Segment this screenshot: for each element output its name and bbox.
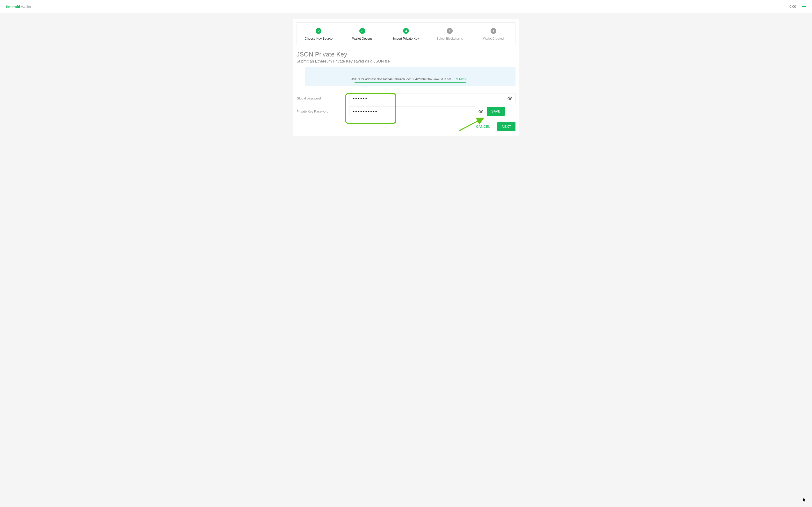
wizard-card: Choose Key SourceWallet Options3Import P…	[293, 19, 519, 136]
step-label: Wallet Created	[471, 37, 515, 40]
stepper-step: Choose Key Source	[297, 28, 341, 40]
page: Choose Key SourceWallet Options3Import P…	[0, 13, 812, 136]
balance-value: 0.00	[790, 5, 796, 8]
svg-point-1	[480, 111, 481, 112]
step-label: Import Private Key	[384, 37, 428, 40]
check-icon	[359, 28, 365, 34]
global-password-input[interactable]	[349, 93, 515, 103]
next-button[interactable]: NEXT	[497, 122, 515, 131]
json-set-banner: JSON for address 3be1acff4e8eba4c65de130…	[305, 67, 515, 86]
step-label: Select Blockchains	[428, 37, 471, 40]
brand-name: Emerald	[6, 5, 20, 9]
section-subtitle: Submit an Ethereum Private Key saved as …	[297, 59, 515, 63]
svg-point-0	[509, 98, 511, 99]
stepper: Choose Key SourceWallet Options3Import P…	[297, 22, 515, 45]
menu-icon[interactable]	[802, 5, 806, 8]
global-password-row: Global password	[293, 92, 519, 105]
eye-icon[interactable]	[507, 96, 513, 101]
step-number: 4	[447, 28, 453, 34]
brand-sub: Wallet	[21, 5, 31, 9]
step-label: Wallet Options	[341, 37, 384, 40]
wizard-actions: CANCEL NEXT	[293, 118, 519, 131]
eye-icon[interactable]	[478, 109, 484, 114]
banner-underline	[355, 82, 466, 82]
section-title: JSON Private Key	[297, 51, 515, 58]
json-set-text: JSON for address 3be1acff4e8eba4c65de130…	[351, 77, 452, 81]
stepper-step: 4Select Blockchains	[428, 28, 471, 40]
pk-password-label: Private Key Password	[297, 110, 349, 113]
section-header: JSON Private Key Submit an Ethereum Priv…	[293, 51, 519, 86]
save-button[interactable]: SAVE	[487, 107, 505, 116]
stepper-step: Wallet Options	[341, 28, 384, 40]
step-number: 5	[491, 28, 496, 34]
stepper-step: 3Import Private Key	[384, 28, 428, 40]
app-brand: Emerald Wallet	[6, 5, 31, 9]
pk-password-input[interactable]	[349, 106, 475, 116]
step-number: 3	[403, 28, 409, 34]
global-password-label: Global password	[297, 97, 349, 100]
top-bar-right: 0.00	[790, 5, 806, 8]
cancel-button[interactable]: CANCEL	[473, 122, 494, 131]
pk-password-row: Private Key Password SAVE	[293, 105, 519, 118]
top-bar: Emerald Wallet 0.00	[0, 0, 812, 13]
step-label: Choose Key Source	[297, 37, 341, 40]
annotation-arrow-next	[481, 135, 513, 136]
stepper-step: 5Wallet Created	[471, 28, 515, 40]
remove-json-button[interactable]: REMOVE	[455, 77, 469, 81]
check-icon	[316, 28, 321, 34]
